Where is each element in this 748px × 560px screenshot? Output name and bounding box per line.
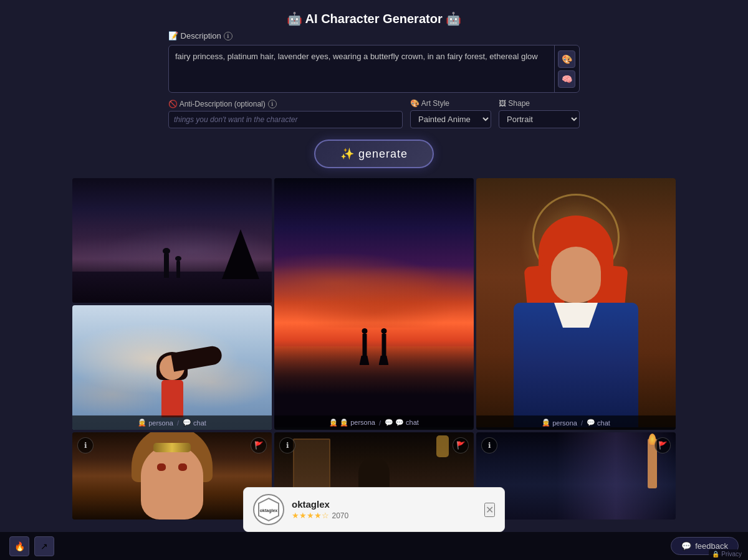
fire-icon-button[interactable]: 🔥 [9,536,29,556]
anti-desc-info-icon[interactable]: ℹ [268,100,277,108]
ad-close-button[interactable]: ✕ [484,503,495,517]
page-header: 🤖 AI Character Generator 🤖 [0,0,748,32]
controls-row: 🚫 Anti-Description (optional) ℹ 🎨 Art St… [168,99,580,128]
ad-banner: oktaglex oktaglex ★★★★☆ 2070 ✕ [243,487,505,532]
persona-icon-2: 🧝 [329,419,338,427]
image-cell-4[interactable]: 🧝 persona / 💬 chat [72,305,272,430]
description-textarea[interactable] [169,45,554,92]
bottom3-corner-icons: ℹ [481,437,497,453]
scene3-chat-link[interactable]: 💬 chat [587,419,610,427]
scene3-artwork [476,178,676,427]
bottom3-info-button[interactable]: ℹ [481,437,497,453]
image-cell-1[interactable] [72,178,272,303]
description-section: 📝 Description ℹ 🎨 🧠 [168,45,580,93]
bottom1-flag: 🚩 [251,437,267,453]
bottom3-flag-button[interactable]: 🚩 [654,437,671,453]
anti-description-label: 🚫 Anti-Description (optional) ℹ [168,100,403,108]
ad-logo: oktaglex [253,494,284,525]
anti-description-input[interactable] [168,111,403,128]
shape-group: 🖼 Shape Portrait Landscape Square [499,99,580,128]
description-label: 📝 Description ℹ [168,31,233,40]
description-box: 🎨 🧠 [168,45,580,93]
scene3-persona-link[interactable]: 🧝 persona [542,419,577,427]
scene1-artwork [72,178,272,303]
chat-icon-2: 💬 [385,419,393,427]
image-row-1: 🧝 🧝 persona / 💬 💬 chat [72,178,676,430]
art-style-label: 🎨 Art Style [410,99,491,108]
overlay-divider-3: / [581,419,583,427]
feedback-icon: 💬 [681,541,691,551]
image-cell-3[interactable]: 🧝 persona / 💬 chat [476,178,676,430]
chat-icon-3: 💬 [587,419,595,427]
scene4-persona-chat-bar: 🧝 persona / 💬 chat [72,415,272,430]
bottom3-artwork [476,432,676,520]
bottom1-flag-button[interactable]: 🚩 [251,437,267,453]
bottom-bar-left: 🔥 ↗ [9,536,54,556]
arrow-icon-button[interactable]: ↗ [34,536,54,556]
shape-select[interactable]: Portrait Landscape Square [499,110,580,128]
ad-stars: ★★★★☆ [292,511,329,520]
scene2-persona-chat-bar: 🧝 🧝 persona / 💬 💬 chat [274,415,474,430]
description-info-icon[interactable]: ℹ [224,32,233,40]
ad-logo-svg: oktaglex [256,497,281,522]
description-side-icons: 🎨 🧠 [554,45,578,92]
palette-icon-button[interactable]: 🎨 [558,50,575,68]
description-label-text: 📝 Description [168,31,221,40]
ad-title: oktaglex [292,499,477,510]
image-cell-5[interactable]: ℹ 🚩 [72,432,272,520]
overlay-divider-4: / [177,419,179,427]
privacy-badge: 🔒 Privacy [709,549,745,559]
page-title: 🤖 AI Character Generator 🤖 [0,0,748,32]
ad-count: 2070 [332,511,348,520]
bottom2-info-button[interactable]: ℹ [279,437,295,453]
ad-content: oktaglex ★★★★☆ 2070 [292,499,477,521]
image-cell-2[interactable]: 🧝 🧝 persona / 💬 💬 chat [274,178,474,430]
art-style-select[interactable]: Painted Anime Ant Style Sketch Pixel Art… [410,110,491,128]
anti-desc-label-text: 🚫 Anti-Description (optional) [168,100,266,108]
scene2-artwork [274,178,474,427]
scene2-chat-link[interactable]: 💬 💬 chat [385,419,419,427]
image-cell-7[interactable]: ℹ 🚩 [476,432,676,520]
scene4-chat-link[interactable]: 💬 chat [183,419,206,427]
svg-text:oktaglex: oktaglex [260,508,278,513]
bottom1-artwork [72,432,272,520]
scene4-persona-link[interactable]: 🧝 persona [138,419,173,427]
persona-icon-3: 🧝 [542,419,550,427]
bottom1-corner-icons: ℹ [77,437,94,453]
scene3-persona-chat-bar: 🧝 persona / 💬 chat [476,415,676,430]
brain-icon-button[interactable]: 🧠 [558,70,575,88]
form-area: 📝 Description ℹ 🎨 🧠 🚫 Anti-Description (… [0,32,748,168]
scene2-persona-link[interactable]: 🧝 🧝 persona [329,419,375,427]
bottom-bar: 🔥 ↗ 💬 feedback [0,532,748,560]
bottom3-flag: 🚩 [654,437,671,453]
bottom2-corner-icons: ℹ [279,437,295,453]
generate-button[interactable]: ✨ generate [314,140,434,168]
shape-label: 🖼 Shape [499,99,580,108]
bottom2-flag-button[interactable]: 🚩 [453,437,469,453]
anti-description-group: 🚫 Anti-Description (optional) ℹ [168,100,403,128]
overlay-divider-2: / [379,419,381,427]
persona-icon-4: 🧝 [138,419,146,427]
bottom1-info-button[interactable]: ℹ [77,437,94,453]
scene4-artwork [72,305,272,430]
bottom2-flag: 🚩 [453,437,469,453]
ad-rating-row: ★★★★☆ 2070 [292,510,477,521]
art-style-group: 🎨 Art Style Painted Anime Ant Style Sket… [410,99,491,128]
chat-icon-4: 💬 [183,419,191,427]
